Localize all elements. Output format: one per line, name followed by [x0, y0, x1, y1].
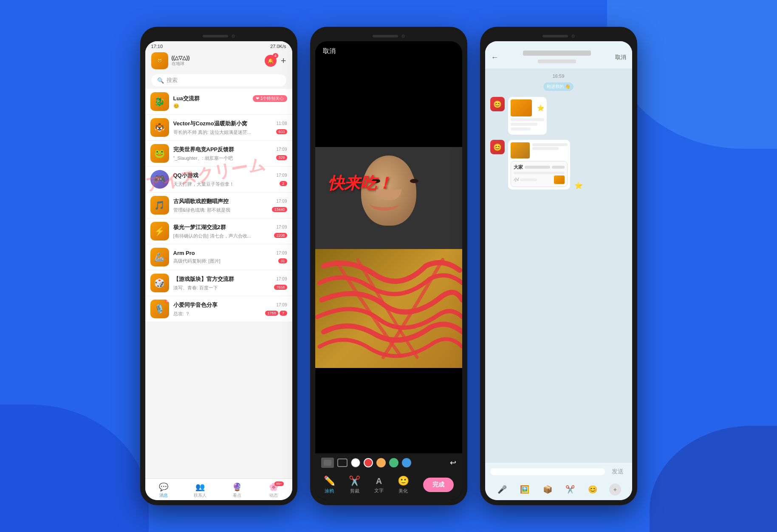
tab-messages-label: 消息 [159, 492, 168, 498]
p2-tool-beautify[interactable]: 🙂 美化 [398, 475, 409, 494]
list-item[interactable]: 🐸 完美世界电竞APP反馈群 17:09 "_Slaughter、: 就肛塞一个… [145, 141, 292, 167]
list-item[interactable]: 🎙️ 爱 小爱同学音色分享 17:09 总攻: ？ 1758 [145, 296, 292, 322]
p2-tool-square[interactable] [337, 458, 348, 467]
list-item[interactable]: 🎲 【游戏版块】官方交流群 17:09 淡写、青春: 百度一下 7658 [145, 270, 292, 296]
p2-done-button[interactable]: 完成 [423, 478, 454, 492]
camera-dot-1 [232, 34, 235, 38]
p1-item-preview: 高级代码复制师: [图片] [173, 258, 220, 264]
p2-tool-crop-label: 剪裁 [350, 488, 359, 494]
p1-header-left: 🐱 ((△▽△)) 在地球 [151, 52, 190, 69]
p1-item-avatar: 🎵 [150, 196, 169, 215]
tab-trending[interactable]: 🔮 看点 [219, 482, 256, 498]
p2-color-red[interactable] [364, 458, 373, 467]
p2-color-green[interactable] [389, 458, 398, 467]
p2-tool-eraser[interactable] [321, 458, 334, 468]
p1-item-content: 【游戏版块】官方交流群 17:09 淡写、青春: 百度一下 7658 [173, 275, 287, 291]
p1-item-name: Lua交流群 [173, 95, 200, 102]
p1-item-badge: 31 [278, 258, 287, 263]
p2-tools-toolbar: ✏️ 涂鸦 ✂️ 剪裁 A 文字 🙂 美化 完成 [315, 472, 462, 500]
p3-timestamp: 16:59 [490, 74, 627, 79]
p2-tool-draw-label: 涂鸦 [325, 488, 334, 494]
p1-item-content: Lua交流群 ❤ 1个特别关心 😊 [173, 95, 287, 109]
p3-more-button[interactable]: + [609, 484, 621, 495]
p1-add-button[interactable]: + [281, 55, 286, 66]
p2-tool-crop[interactable]: ✂️ 剪裁 [349, 475, 360, 494]
p3-voice-button[interactable]: 🎤 [496, 483, 509, 496]
p1-item-badge-2: 7 [280, 311, 287, 316]
p1-item-content: 古风唱歌戏腔翻唱声控 17:09 管理&绿色琉璃: 那不就是我 13440 [173, 198, 287, 213]
p3-sys-msg-row: 刚进群的 👋 [490, 82, 627, 93]
tab-contacts-label: 联系人 [194, 492, 206, 498]
p1-item-avatar: 🐸 [150, 144, 169, 163]
p1-special-badge: ❤ 1个特别关心 [253, 95, 287, 102]
p2-color-blue[interactable] [402, 458, 411, 467]
phones-container: 17:10 27.0K/s 🐱 ((△▽△)) 在地球 [140, 27, 637, 505]
p1-item-preview: 天天打牌，大量豆子等你拿！ [173, 181, 234, 187]
p2-color-white[interactable] [351, 458, 360, 467]
p1-item-avatar: 🐉 [150, 92, 169, 111]
p2-tool-draw[interactable]: ✏️ 涂鸦 [324, 475, 335, 494]
p3-status-bar [485, 41, 632, 47]
p1-item-preview: [有待确认的公告] 清七合，声六合收... [173, 233, 251, 239]
p3-send-button[interactable]: 发送 [608, 466, 627, 477]
p1-search-bar[interactable]: 🔍 搜索 [151, 74, 286, 86]
p3-back-button[interactable]: ← [491, 53, 499, 62]
p3-subtitle-blurred [538, 59, 576, 63]
list-item[interactable]: 🐉 Lua交流群 ❤ 1个特别关心 😊 [145, 89, 292, 115]
p1-status-bar: 17:10 27.0K/s [145, 41, 292, 50]
p2-undo-button[interactable]: ↩ [450, 458, 456, 467]
p3-message-input[interactable] [490, 468, 605, 475]
p1-message-list: 🐉 Lua交流群 ❤ 1个特别关心 😊 🐯 [145, 89, 292, 478]
p1-item-avatar: 🦾 [150, 248, 169, 266]
p3-scissors-button[interactable]: ✂️ [564, 483, 576, 496]
p2-tool-beautify-label: 美化 [398, 488, 408, 494]
p1-item-badge: 603 [276, 129, 287, 134]
p3-file-button[interactable]: 📦 [541, 483, 554, 496]
p2-image-area: 快来吃！ [315, 61, 462, 453]
p1-item-preview: 淡写、青春: 百度一下 [173, 285, 218, 291]
p1-item-name: Arm Pro [173, 250, 195, 256]
crop-icon: ✂️ [349, 475, 360, 487]
p1-item-time: 17:09 [276, 251, 287, 255]
p1-time: 17:10 [151, 44, 163, 49]
p3-msg-content-2: 大家 小/ [508, 140, 570, 190]
p1-notification-icon[interactable]: 🔔 4 [265, 55, 277, 67]
p3-emoji-button[interactable]: 😊 [586, 483, 599, 496]
p1-item-content: QQ小游戏 17:09 天天打牌，大量豆子等你拿！ 2 [173, 172, 287, 187]
list-item[interactable]: ⚡ 极光一梦江湖交流2群 17:09 [有待确认的公告] 清七合，声六合收...… [145, 218, 292, 244]
p1-item-badge: 329 [276, 155, 287, 160]
bg-decoration-bottom-left [0, 405, 149, 532]
tab-contacts[interactable]: 👥 联系人 [182, 482, 219, 498]
p2-tool-text[interactable]: A 文字 [374, 476, 384, 494]
list-item[interactable]: 🎵 古风唱歌戏腔翻唱声控 17:09 管理&绿色琉璃: 那不就是我 13440 [145, 192, 292, 218]
contacts-icon: 👥 [195, 482, 205, 492]
p1-network-stats: 27.0K/s [270, 44, 286, 49]
phone-2: 取消 [310, 27, 467, 505]
phone-1-top-bar [145, 32, 292, 41]
p1-header: 🐱 ((△▽△)) 在地球 🔔 4 + [145, 50, 292, 73]
p2-text-overlay: 快来吃！ [328, 173, 393, 194]
p1-search-placeholder: 搜索 [167, 76, 178, 84]
p1-item-time: 17:09 [276, 303, 287, 307]
p3-image-button[interactable]: 🖼️ [518, 483, 531, 496]
p2-cancel-button[interactable]: 取消 [323, 47, 336, 54]
p1-item-content: 完美世界电竞APP反馈群 17:09 "_Slaughter、: 就肛塞一个吧 … [173, 146, 287, 161]
tab-trending-label: 看点 [233, 492, 241, 498]
search-icon: 🔍 [157, 77, 164, 84]
p1-item-badge: 7658 [274, 285, 287, 290]
tab-messages[interactable]: 💬 消息 [145, 482, 182, 498]
tab-moments[interactable]: 🌸 动态 99+ [255, 482, 292, 498]
list-item[interactable]: 🎮 QQ小游戏 17:09 天天打牌，大量豆子等你拿！ 2 [145, 167, 292, 192]
p2-color-orange[interactable] [376, 458, 386, 467]
p2-face-photo: 快来吃！ [315, 147, 462, 249]
p1-user-avatar[interactable]: 🐱 [151, 52, 168, 69]
p1-item-name: 古风唱歌戏腔翻唱声控 [173, 198, 229, 205]
p3-cancel-button[interactable]: 取消 [615, 54, 626, 61]
p3-other-avatar-2: 😊 [490, 140, 505, 154]
p1-item-time: 17:09 [276, 173, 287, 178]
list-item[interactable]: 🦾 Arm Pro 17:09 高级代码复制师: [图片] 31 [145, 244, 292, 270]
p1-item-badge: 2208 [274, 233, 287, 238]
beautify-icon: 🙂 [398, 475, 409, 487]
list-item[interactable]: 🐯 Vector与Cozmo温暖助新小窝 11:08 哥长的不帅 真的: 这位大… [145, 115, 292, 141]
p3-sys-message: 刚进群的 👋 [543, 82, 574, 91]
